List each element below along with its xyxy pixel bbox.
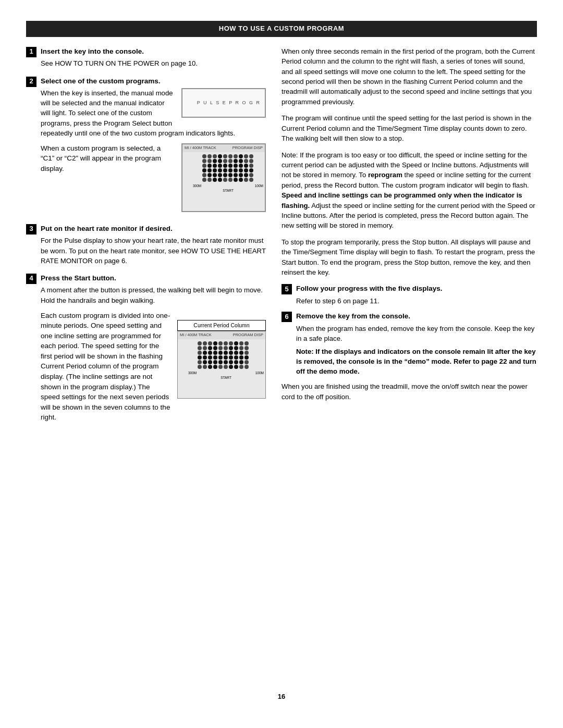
right-para-5: When you are finished using the treadmil… — [282, 381, 537, 402]
track-figure-1: MI / 400M TRACK PROGRAM DISP — [181, 143, 266, 212]
step-2-number: 2 — [26, 77, 36, 87]
step-5-number: 5 — [282, 284, 292, 294]
step-2-body: P U L S E P R O G R When the key is inse… — [41, 88, 266, 138]
step-2-title: Select one of the custom programs. — [41, 76, 266, 87]
track-bottom-label-start-2: START — [188, 375, 264, 380]
current-period-figure: Current Period Column MI / 400M TRACK PR… — [177, 311, 266, 399]
header-title: HOW TO USE A CUSTOM PROGRAM — [219, 24, 344, 32]
track-dot-area-1: 300M100M START — [182, 152, 265, 195]
page: HOW TO USE A CUSTOM PROGRAM 1 Insert the… — [0, 0, 563, 728]
dots-row-6 — [193, 178, 263, 182]
step-3-title: Put on the heart rate monitor if desired… — [41, 224, 266, 234]
pulse-label: P U L S E P R O G R — [197, 100, 261, 106]
track-dot-area-2: 300M100M START — [178, 339, 265, 381]
step-2: 2 Select one of the custom programs. P U… — [26, 76, 266, 216]
step-2-body-part2: When a custom program is selected, a “C1… — [41, 144, 161, 172]
pulse-figure: P U L S E P R O G R — [181, 88, 266, 118]
dots-row-4 — [193, 168, 263, 172]
track-header-right: PROGRAM DISP — [232, 145, 263, 151]
track-display-1: MI / 400M TRACK PROGRAM DISP — [182, 144, 265, 212]
step-1-number: 1 — [26, 47, 36, 57]
section-header: HOW TO USE A CUSTOM PROGRAM — [26, 21, 537, 37]
track-header2-left: MI / 400M TRACK — [180, 332, 212, 338]
dots-row-1 — [193, 154, 263, 158]
step-5-content: Follow your progress with the five displ… — [296, 283, 537, 306]
step-4-body2: Current Period Column MI / 400M TRACK PR… — [41, 311, 266, 423]
step-2-content: Select one of the custom programs. P U L… — [41, 76, 266, 216]
step-3-content: Put on the heart rate monitor if desired… — [41, 224, 266, 266]
track-bottom-label-start: START — [193, 188, 263, 193]
step-6-title: Remove the key from the console. — [296, 311, 537, 322]
track-header-1: MI / 400M TRACK PROGRAM DISP — [182, 144, 265, 152]
repro-bold: repro­gram — [368, 171, 402, 179]
track-header2-right: PROGRAM DISP — [233, 332, 263, 338]
step-1-body: See HOW TO TURN ON THE POWER on page 10. — [41, 58, 266, 68]
step-3-number: 3 — [26, 224, 36, 235]
step-4-number: 4 — [26, 274, 36, 284]
dots-row-3 — [193, 164, 263, 168]
step-1-content: Insert the key into the console. See HOW… — [41, 46, 266, 69]
current-period-label-text: Current Period Column — [193, 322, 249, 328]
step-3-body: For the Pulse display to show your heart… — [41, 236, 266, 265]
speed-incline-bold: Speed and incline set­tings can be progr… — [282, 191, 522, 209]
dots-row2-4 — [188, 355, 264, 360]
step-1-title: Insert the key into the console. — [41, 46, 266, 57]
page-number: 16 — [26, 692, 537, 702]
two-column-layout: 1 Insert the key into the console. See H… — [26, 46, 537, 682]
track-bottom-labels-1: 300M100M — [193, 182, 263, 188]
step-3: 3 Put on the heart rate monitor if desir… — [26, 224, 266, 266]
step-1: 1 Insert the key into the console. See H… — [26, 46, 266, 69]
step-6-number: 6 — [282, 312, 292, 322]
dots-row2-6 — [188, 365, 264, 369]
current-period-wrap: Current Period Column MI / 400M TRACK PR… — [177, 320, 266, 399]
step-6-body-2: Note: If the displays and indicators on … — [296, 347, 537, 376]
dots-row-5 — [193, 173, 263, 177]
dots-row2-1 — [188, 341, 264, 346]
step-6-bold-note: Note: If the displays and indicators on … — [296, 348, 536, 375]
dots-row2-3 — [188, 351, 264, 355]
right-para-1: When only three seconds remain in the fi… — [282, 46, 537, 107]
track-header-2: MI / 400M TRACK PROGRAM DISP — [178, 331, 265, 339]
right-column: When only three seconds remain in the fi… — [282, 46, 537, 682]
current-period-callout: Current Period Column — [177, 320, 266, 331]
step-4-content: Press the Start button. A moment after t… — [41, 273, 266, 423]
step-4-title: Press the Start button. — [41, 273, 266, 283]
dots-row2-5 — [188, 360, 264, 364]
track-header-left: MI / 400M TRACK — [185, 145, 216, 151]
pulse-display: P U L S E P R O G R — [182, 89, 265, 117]
step-6: 6 Remove the key from the console. When … — [282, 311, 537, 376]
track-display-2: MI / 400M TRACK PROGRAM DISP — [177, 331, 266, 399]
step-6-body-1: When the program has ended, remove the k… — [296, 324, 537, 343]
step-4-body-1: A moment after the button is pressed, th… — [41, 285, 266, 305]
dots-row-2 — [193, 159, 263, 163]
left-column: 1 Insert the key into the console. See H… — [26, 46, 266, 682]
step-4-body-2: Each custom program is divided into one-… — [41, 312, 170, 422]
right-para-4: To stop the program temporarily, press t… — [282, 237, 537, 278]
step-2-body2: MI / 400M TRACK PROGRAM DISP — [41, 143, 266, 216]
step-5: 5 Follow your progress with the five dis… — [282, 283, 537, 306]
step-4: 4 Press the Start button. A moment after… — [26, 273, 266, 423]
step-5-body: Refer to step 6 on page 11. — [296, 296, 537, 306]
right-para-2: The program will continue until the spee… — [282, 113, 537, 143]
step-6-content: Remove the key from the console. When th… — [296, 311, 537, 376]
dots-row2-2 — [188, 346, 264, 350]
step-5-title: Follow your progress with the five displ… — [296, 283, 537, 294]
right-para-3: Note: If the program is too easy or too … — [282, 150, 537, 231]
track-bottom-labels-2: 300M100M — [188, 369, 264, 375]
